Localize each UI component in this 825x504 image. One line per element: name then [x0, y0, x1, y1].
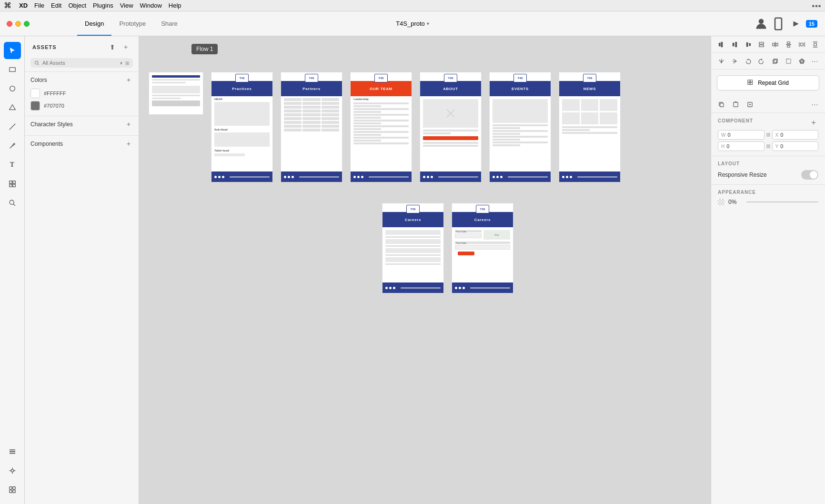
- assets-search-input[interactable]: [42, 60, 117, 66]
- menu-object[interactable]: Object: [68, 2, 86, 9]
- svg-rect-23: [718, 42, 720, 46]
- ellipse-tool[interactable]: [4, 80, 21, 97]
- color-item-gray: #707070: [30, 100, 133, 112]
- mask-icon[interactable]: [795, 55, 808, 67]
- add-color-button[interactable]: ＋: [124, 76, 133, 84]
- flip-v-icon[interactable]: [728, 55, 741, 67]
- tab-share[interactable]: Share: [153, 11, 185, 36]
- menu-help[interactable]: Help: [169, 2, 181, 9]
- user-icon[interactable]: [755, 17, 768, 30]
- distribute-h-icon[interactable]: [769, 38, 781, 50]
- tab-prototype[interactable]: Prototype: [111, 11, 153, 36]
- menu-plugins[interactable]: Plugins: [93, 2, 113, 9]
- fullscreen-button[interactable]: [24, 21, 30, 27]
- panel-actions: ⬆ ＋: [107, 42, 131, 52]
- align-center-icon[interactable]: [728, 38, 741, 50]
- paste-appearance-icon[interactable]: [744, 98, 756, 111]
- rotate-ccw-icon[interactable]: [742, 55, 754, 67]
- search-tool[interactable]: [4, 194, 21, 212]
- artboard-practices[interactable]: T4S Practices HEAD Sub Head Table head: [211, 72, 273, 182]
- play-button[interactable]: [789, 17, 802, 30]
- canvas-area[interactable]: Flow 1 ···: [139, 36, 711, 504]
- more-options-icon[interactable]: ···: [809, 98, 821, 111]
- rotate-cw-icon[interactable]: [755, 55, 767, 67]
- events-footer: [490, 171, 551, 182]
- paste-icon[interactable]: [729, 98, 742, 111]
- y-field[interactable]: Y 0: [772, 141, 819, 151]
- polygon-tool[interactable]: [4, 99, 21, 116]
- device-icon[interactable]: [772, 17, 785, 30]
- dropdown-arrow-icon[interactable]: ▾: [120, 60, 122, 66]
- group-icon[interactable]: [782, 55, 795, 67]
- add-character-style-button[interactable]: ＋: [124, 120, 133, 129]
- distribute-v-icon[interactable]: [782, 38, 795, 50]
- opacity-value: 0%: [728, 199, 743, 205]
- menu-bar-status: ●●●: [812, 3, 821, 9]
- height-field[interactable]: H 0: [718, 141, 765, 151]
- add-component-button[interactable]: ＋: [124, 140, 133, 148]
- add-component-panel-button[interactable]: ＋: [809, 118, 818, 127]
- artboard-thumbnail[interactable]: [149, 72, 203, 115]
- x-field[interactable]: X 0: [772, 130, 819, 140]
- colors-title: Colors: [30, 77, 47, 83]
- align-vert-icon[interactable]: [755, 38, 767, 50]
- repeat-grid-button[interactable]: Repeat Grid: [717, 75, 819, 91]
- import-button[interactable]: ⬆: [107, 42, 118, 52]
- menu-edit[interactable]: Edit: [51, 2, 61, 9]
- align-left-icon[interactable]: [715, 38, 727, 50]
- menu-file[interactable]: File: [34, 2, 44, 9]
- color-swatch-gray[interactable]: [30, 101, 40, 111]
- close-button[interactable]: [7, 21, 12, 27]
- zoom-level[interactable]: 15: [806, 20, 817, 28]
- artboard-partners[interactable]: T4S Partners: [281, 72, 342, 182]
- copy-icon[interactable]: [715, 98, 727, 111]
- right-panel: ··· Repeat Grid: [711, 36, 825, 504]
- artboard-events[interactable]: T4S EVENTS: [489, 72, 551, 182]
- assets-panel-button[interactable]: [4, 481, 21, 498]
- width-field[interactable]: W 0: [718, 130, 765, 140]
- distribute-spacing-v-icon[interactable]: [809, 38, 821, 50]
- svg-line-4: [9, 124, 15, 130]
- duplicate-icon[interactable]: [769, 55, 781, 67]
- minimize-button[interactable]: [15, 21, 21, 27]
- filename-dropdown[interactable]: ▾: [427, 21, 429, 26]
- pen-tool[interactable]: [4, 137, 21, 154]
- artboard-news[interactable]: T4S NEWS: [559, 72, 621, 182]
- artboard-about[interactable]: T4S ABOUT: [420, 72, 482, 182]
- apple-menu[interactable]: ⌘: [4, 1, 11, 10]
- select-tool[interactable]: [4, 42, 21, 59]
- svg-rect-12: [9, 451, 15, 452]
- line-tool[interactable]: [4, 118, 21, 135]
- artboard-our-team[interactable]: T4S OUR TEAM Leadership: [350, 72, 412, 182]
- svg-rect-27: [746, 42, 748, 46]
- component-tool[interactable]: [4, 175, 21, 192]
- artboard-careers-2[interactable]: T4S Careers Post Date Map: [452, 203, 513, 293]
- appearance-section: APPEARANCE 0%: [711, 185, 825, 210]
- right-toolbar: [711, 36, 825, 53]
- tab-design[interactable]: Design: [77, 11, 111, 36]
- responsive-resize-toggle[interactable]: [801, 170, 818, 180]
- menu-view[interactable]: View: [120, 2, 133, 9]
- rectangle-tool[interactable]: [4, 61, 21, 78]
- menu-window[interactable]: Window: [140, 2, 162, 9]
- flip-h-icon[interactable]: [715, 55, 727, 67]
- plugins-panel-button[interactable]: [4, 462, 21, 479]
- more-icon[interactable]: ···: [809, 55, 821, 67]
- svg-rect-48: [750, 80, 752, 82]
- layers-panel-button[interactable]: [4, 443, 21, 460]
- color-swatch-white[interactable]: [30, 89, 40, 98]
- align-right-icon[interactable]: [742, 38, 754, 50]
- svg-point-19: [35, 61, 38, 64]
- dimensions-grid: W 0 X 0 H 0: [718, 130, 818, 151]
- menu-xd[interactable]: XD: [19, 2, 28, 9]
- text-tool[interactable]: T: [4, 156, 21, 173]
- svg-rect-16: [12, 487, 15, 489]
- grid-view-button[interactable]: ⊞: [125, 60, 129, 66]
- artboard-careers-1[interactable]: T4S Careers: [382, 203, 444, 293]
- careers1-footer: [382, 282, 443, 293]
- careers1-logo: T4S: [406, 205, 420, 213]
- add-button[interactable]: ＋: [121, 42, 131, 52]
- opacity-slider[interactable]: [746, 202, 818, 202]
- news-logo: T4S: [583, 74, 596, 82]
- distribute-spacing-h-icon[interactable]: [795, 38, 808, 50]
